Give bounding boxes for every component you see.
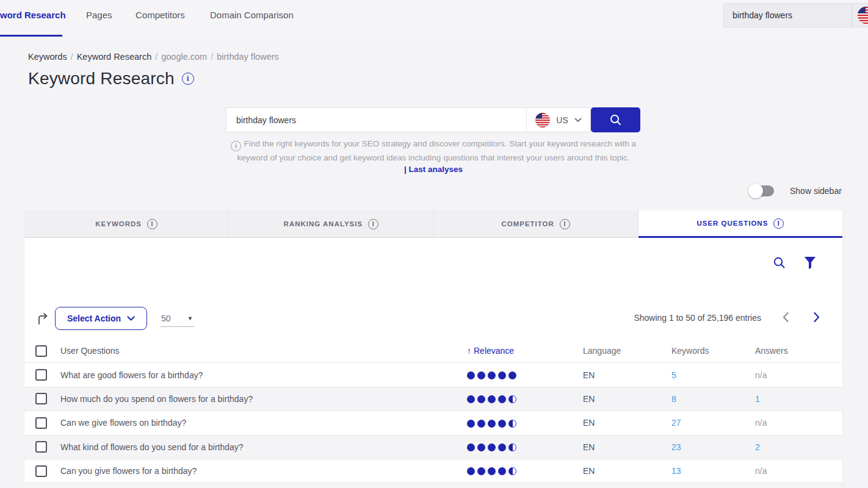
show-sidebar-toggle[interactable] (750, 185, 774, 196)
keywords-count-link[interactable]: 23 (671, 442, 681, 452)
sort-asc-arrow-icon: ↑ (467, 346, 471, 356)
chevron-down-icon (127, 316, 135, 321)
answers-count-link[interactable]: 1 (755, 394, 760, 404)
breadcrumb-keyword: birthday flowers (217, 52, 279, 62)
us-flag-icon (858, 7, 868, 24)
language-value: EN (583, 466, 671, 476)
table-search-button[interactable] (773, 256, 787, 271)
relevance-dot-full (467, 420, 475, 428)
relevance-dot-full (498, 420, 506, 428)
row-checkbox[interactable] (35, 465, 47, 477)
column-language[interactable]: Language (583, 346, 671, 356)
tab-keywords[interactable]: KEYWORDSi (24, 210, 229, 238)
nav-item-domain-comparison[interactable]: Domain Comparison (210, 10, 294, 20)
topnav-country-selector[interactable] (852, 3, 868, 27)
chevron-down-icon (574, 118, 582, 123)
relevance-dot-full (477, 443, 485, 451)
keywords-count-link[interactable]: 27 (671, 418, 681, 428)
breadcrumb-keyword-research[interactable]: Keyword Research (77, 52, 152, 62)
row-checkbox[interactable] (35, 369, 47, 381)
relevance-dot-full (488, 443, 496, 451)
table-tools (24, 256, 842, 274)
language-value: EN (583, 370, 671, 380)
relevance-dot-full (498, 395, 506, 403)
pagination-next-button[interactable] (813, 312, 824, 324)
column-keywords[interactable]: Keywords (671, 346, 755, 356)
table-row: Can we give flowers on birthday?EN27n/a (24, 411, 842, 435)
relevance-dot-full (477, 467, 485, 475)
relevance-rating (467, 370, 583, 381)
tab-info-icon[interactable]: i (560, 219, 570, 229)
relevance-dot-full (488, 395, 496, 403)
pagination-prev-button[interactable] (782, 312, 793, 324)
keyword-search-group: US (226, 107, 640, 132)
table-row: Can you give flowers for a birthday?EN13… (24, 459, 842, 483)
relevance-dot-full (498, 467, 506, 475)
keywords-count-link[interactable]: 8 (671, 394, 676, 404)
table-row: How much do you spend on flowers for a b… (24, 387, 842, 411)
breadcrumb-domain[interactable]: google.com (161, 52, 207, 62)
nav-item-competitors[interactable]: Competitors (136, 10, 185, 20)
breadcrumb: Keywords/Keyword Research/google.com/bir… (28, 52, 279, 62)
answers-cell: n/a (755, 417, 842, 428)
answers-cell: 1 (755, 393, 842, 404)
country-code: US (556, 115, 568, 125)
select-all-checkbox[interactable] (35, 345, 47, 357)
tab-info-icon[interactable]: i (368, 219, 378, 229)
active-nav-underline (0, 35, 62, 37)
chevron-right-icon (813, 312, 820, 323)
title-info-icon[interactable]: i (182, 73, 194, 85)
last-analyses-link[interactable]: | Last analyses (222, 165, 645, 174)
breadcrumb-keywords[interactable]: Keywords (28, 52, 67, 62)
row-checkbox[interactable] (35, 393, 47, 404)
select-action-button[interactable]: Select Action (55, 307, 147, 330)
search-icon (609, 113, 622, 126)
feature-description: iFind the right keywords for your SEO st… (222, 137, 645, 165)
dropdown-triangle-icon: ▼ (187, 315, 193, 321)
relevance-dot-full (467, 467, 475, 475)
table-row: What kind of flowers do you send for a b… (24, 436, 842, 459)
toggle-knob (748, 184, 763, 198)
relevance-dot-full (467, 395, 475, 403)
page-size-select[interactable]: 50 ▼ (160, 310, 194, 327)
row-checkbox[interactable] (35, 417, 47, 429)
relevance-dot-full (498, 443, 506, 451)
language-value: EN (583, 418, 671, 428)
keywords-count-link[interactable]: 5 (671, 370, 676, 380)
keyword-input-wrap (226, 107, 526, 132)
question-text: Can we give flowers on birthday? (60, 418, 467, 428)
action-bar: Select Action 50 ▼ Showing 1 to 50 of 25… (24, 307, 842, 331)
keyword-search-button[interactable] (591, 107, 640, 132)
showing-entries-text: Showing 1 to 50 of 25,196 entries (634, 313, 761, 323)
relevance-dot-full (498, 371, 506, 379)
tab-info-icon[interactable]: i (773, 218, 784, 229)
table-filter-button[interactable] (804, 256, 819, 271)
table-row: What are good flowers for a birthday?EN5… (24, 363, 842, 387)
export-button[interactable] (37, 312, 51, 326)
keywords-count-link[interactable]: 13 (671, 466, 681, 476)
question-text: What are good flowers for a birthday? (60, 370, 467, 380)
nav-item-pages[interactable]: Pages (86, 10, 112, 20)
keyword-input[interactable] (236, 115, 516, 125)
nav-item-keyword-research[interactable]: word Research (0, 10, 66, 20)
answers-count-link[interactable]: 2 (755, 442, 760, 452)
tab-info-icon[interactable]: i (147, 219, 157, 229)
row-checkbox[interactable] (35, 441, 47, 453)
results-panel: KEYWORDSi RANKING ANALYSISi COMPETITORi … (24, 210, 842, 488)
column-relevance-sort[interactable]: ↑Relevance (467, 346, 583, 356)
tab-user-questions[interactable]: USER QUESTIONSi (638, 210, 842, 238)
relevance-dot-full (508, 371, 516, 379)
country-select[interactable]: US (526, 107, 591, 132)
column-answers[interactable]: Answers (755, 346, 842, 356)
results-tabs: KEYWORDSi RANKING ANALYSISi COMPETITORi … (24, 210, 842, 238)
relevance-dot-full (488, 371, 496, 379)
tab-competitor[interactable]: COMPETITORi (434, 210, 638, 238)
table-body: What are good flowers for a birthday?EN5… (24, 363, 842, 483)
relevance-rating (467, 417, 583, 428)
relevance-rating (467, 465, 583, 476)
answers-cell: n/a (755, 465, 842, 476)
topnav-search-input[interactable] (732, 10, 842, 20)
tab-ranking-analysis[interactable]: RANKING ANALYSISi (229, 210, 433, 238)
column-user-questions[interactable]: User Questions (60, 346, 467, 356)
page-title: Keyword Research (28, 69, 175, 88)
